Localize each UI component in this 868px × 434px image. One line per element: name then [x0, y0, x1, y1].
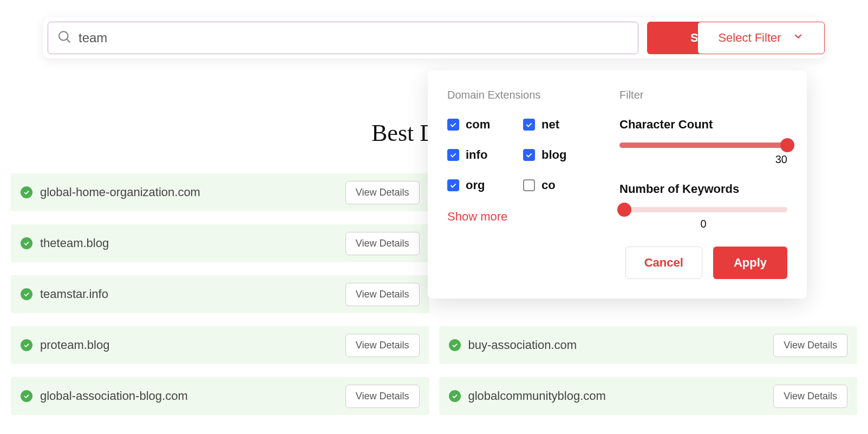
domain-row: globalcommunityblog.com View Details [439, 377, 858, 415]
search-icon [57, 29, 72, 47]
extension-co[interactable]: co [523, 178, 593, 192]
check-icon [21, 237, 32, 249]
check-icon [21, 339, 32, 351]
extension-label: org [466, 178, 485, 192]
domain-row: teamstar.info View Details [11, 275, 429, 313]
domain-left: global-association-blog.com [21, 389, 188, 403]
view-details-button[interactable]: View Details [773, 385, 847, 408]
extension-blog[interactable]: blog [523, 148, 593, 162]
view-details-button[interactable]: View Details [345, 232, 420, 255]
extension-label: co [541, 178, 556, 192]
char-count-label: Character Count [619, 118, 787, 132]
domain-left: globalcommunityblog.com [449, 389, 606, 403]
view-details-button[interactable]: View Details [345, 385, 420, 408]
domain-left: buy-association.com [449, 338, 577, 352]
domain-row: global-home-organization.com View Detail… [11, 173, 429, 211]
extension-org[interactable]: org [447, 178, 518, 192]
filter-extensions-section: Domain Extensions com net info blog org … [447, 89, 593, 279]
keywords-label: Number of Keywords [619, 182, 787, 196]
char-count-slider[interactable] [619, 142, 787, 148]
results-column-left: global-home-organization.com View Detail… [11, 173, 429, 415]
extensions-heading: Domain Extensions [447, 89, 593, 101]
checkbox-co[interactable] [523, 179, 535, 191]
check-icon [449, 390, 461, 402]
checkbox-com[interactable] [447, 119, 459, 131]
svg-line-1 [67, 39, 70, 42]
domain-left: theteam.blog [21, 236, 109, 250]
extension-info[interactable]: info [447, 148, 518, 162]
checkbox-org[interactable] [447, 179, 459, 191]
extension-net[interactable]: net [523, 118, 593, 132]
view-details-button[interactable]: View Details [773, 334, 847, 357]
filter-panel-buttons: Cancel Apply [619, 247, 787, 279]
extension-com[interactable]: com [447, 118, 518, 132]
view-details-button[interactable]: View Details [345, 283, 420, 306]
select-filter-button[interactable]: Select Filter [697, 22, 825, 54]
check-icon [449, 339, 461, 351]
domain-name: teamstar.info [40, 287, 108, 301]
checkbox-blog[interactable] [523, 149, 535, 161]
check-icon [21, 186, 32, 198]
apply-button[interactable]: Apply [713, 247, 787, 279]
domain-row: theteam.blog View Details [11, 224, 429, 262]
view-details-button[interactable]: View Details [345, 181, 420, 204]
cancel-button[interactable]: Cancel [625, 247, 702, 279]
domain-left: proteam.blog [21, 338, 109, 352]
domain-name: global-home-organization.com [40, 185, 200, 199]
check-icon [21, 390, 32, 402]
keywords-slider-thumb[interactable] [617, 203, 631, 217]
keywords-slider[interactable] [619, 207, 787, 212]
domain-name: proteam.blog [40, 338, 109, 352]
extension-label: info [466, 148, 487, 162]
domain-left: teamstar.info [21, 287, 108, 301]
search-input-wrap [48, 22, 638, 54]
extension-label: com [466, 118, 490, 132]
keywords-value: 0 [619, 218, 787, 230]
view-details-button[interactable]: View Details [345, 334, 420, 357]
chevron-down-icon [792, 30, 804, 46]
domain-row: global-association-blog.com View Details [11, 377, 429, 415]
extensions-grid: com net info blog org co [447, 118, 593, 192]
show-more-link[interactable]: Show more [447, 210, 593, 224]
checkbox-net[interactable] [523, 119, 535, 131]
domain-left: global-home-organization.com [21, 185, 200, 199]
checkbox-info[interactable] [447, 149, 459, 161]
select-filter-label: Select Filter [718, 31, 781, 45]
domain-name: theteam.blog [40, 236, 109, 250]
domain-name: globalcommunityblog.com [468, 389, 606, 403]
filter-sliders-section: Filter Character Count 30 Number of Keyw… [619, 89, 787, 279]
filter-panel: Domain Extensions com net info blog org … [428, 70, 807, 299]
extension-label: net [541, 118, 559, 132]
domain-name: buy-association.com [468, 338, 577, 352]
domain-name: global-association-blog.com [40, 389, 188, 403]
check-icon [21, 288, 32, 300]
svg-point-0 [59, 31, 68, 40]
domain-row: buy-association.com View Details [439, 326, 858, 364]
filter-heading: Filter [619, 89, 787, 101]
char-count-value: 30 [619, 153, 787, 166]
char-count-slider-thumb[interactable] [780, 138, 794, 152]
search-input[interactable] [79, 30, 629, 46]
domain-row: proteam.blog View Details [11, 326, 429, 364]
extension-label: blog [541, 148, 566, 162]
